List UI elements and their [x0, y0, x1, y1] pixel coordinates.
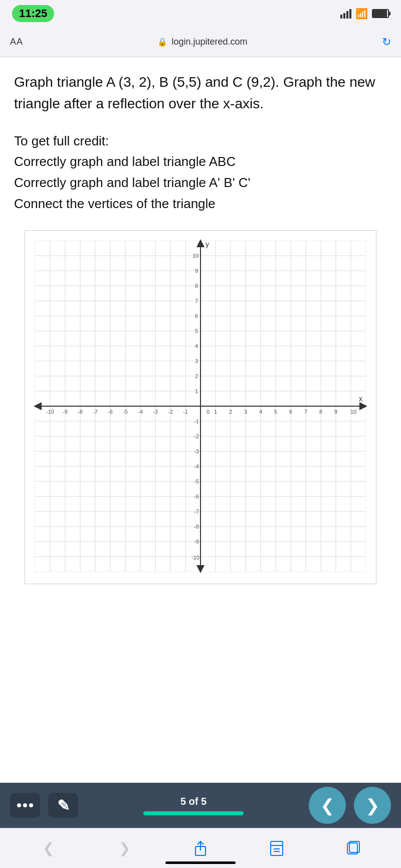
- browser-forward-button[interactable]: ❯: [109, 836, 139, 861]
- y-label-neg2: -2: [194, 433, 199, 439]
- browser-back-button[interactable]: ❮: [33, 836, 63, 861]
- x-label-8: 8: [319, 409, 322, 415]
- credit-line-1: Correctly graph and label triangle ABC: [14, 151, 387, 172]
- credit-line-2: Correctly graph and label triangle A' B'…: [14, 172, 387, 194]
- url-bar[interactable]: 🔒 login.jupitered.com: [157, 37, 247, 47]
- page-label: 5 of 5: [180, 796, 207, 807]
- x-label-10: 10: [350, 409, 356, 415]
- x-label-2: 2: [229, 409, 232, 415]
- y-label-10: 10: [192, 253, 198, 259]
- y-axis-label: y: [206, 240, 209, 248]
- x-label-5: 5: [274, 409, 277, 415]
- graph-container: -10 -9 -8 -7 -6 -5 -4 -3 -2 -1 0 1 2 3 4…: [14, 230, 387, 584]
- y-label-neg6: -6: [194, 493, 199, 499]
- home-indicator: [165, 861, 236, 864]
- y-label-9: 9: [195, 268, 198, 274]
- y-label-5: 5: [195, 328, 198, 334]
- y-label-neg8: -8: [194, 524, 199, 530]
- dot1: [17, 803, 21, 807]
- y-label-neg5: -5: [194, 478, 199, 484]
- coordinate-graph[interactable]: -10 -9 -8 -7 -6 -5 -4 -3 -2 -1 0 1 2 3 4…: [30, 236, 371, 577]
- x-label-neg10: -10: [46, 409, 54, 415]
- status-bar: 11:25 📶: [0, 0, 401, 27]
- signal-strength-icon: [340, 9, 351, 19]
- x-label-neg6: -6: [108, 409, 113, 415]
- y-label-3: 3: [195, 358, 198, 364]
- y-label-2: 2: [195, 373, 198, 379]
- aa-label[interactable]: AA: [10, 37, 23, 47]
- x-label-4: 4: [259, 409, 262, 415]
- tabs-button[interactable]: [338, 836, 368, 861]
- y-label-1: 1: [195, 388, 198, 394]
- y-label-neg3: -3: [194, 448, 199, 454]
- x-label-neg3: -3: [153, 409, 158, 415]
- refresh-icon[interactable]: ↻: [382, 36, 391, 49]
- e-button[interactable]: ✎: [48, 793, 78, 818]
- y-label-8: 8: [195, 283, 198, 289]
- e-icon: ✎: [57, 797, 70, 814]
- battery-icon: [372, 9, 389, 18]
- bottom-nav-bar: ✎ 5 of 5 ❮ ❯: [0, 783, 401, 828]
- x-label-6: 6: [289, 409, 292, 415]
- x-label-0: 0: [207, 409, 210, 415]
- x-label-neg9: -9: [63, 409, 68, 415]
- graph-wrapper: -10 -9 -8 -7 -6 -5 -4 -3 -2 -1 0 1 2 3 4…: [25, 230, 376, 584]
- x-label-neg7: -7: [93, 409, 98, 415]
- y-label-7: 7: [195, 298, 198, 304]
- share-button[interactable]: [185, 836, 216, 861]
- x-label-neg5: -5: [123, 409, 128, 415]
- x-label-9: 9: [334, 409, 337, 415]
- nav-progress-section: 5 of 5: [86, 796, 301, 815]
- dot3: [29, 803, 33, 807]
- x-label-neg1: -1: [183, 409, 188, 415]
- bookmarks-button[interactable]: [262, 836, 292, 861]
- y-label-neg9: -9: [194, 539, 199, 545]
- main-content: Graph triangle A (3, 2), B (5,5) and C (…: [0, 57, 401, 584]
- x-label-3: 3: [244, 409, 247, 415]
- wifi-icon: 📶: [355, 8, 368, 20]
- x-label-neg8: -8: [78, 409, 83, 415]
- progress-bar-fill: [143, 811, 244, 815]
- y-label-4: 4: [195, 343, 198, 349]
- x-label-7: 7: [304, 409, 307, 415]
- progress-bar-track: [143, 811, 244, 815]
- y-label-neg10: -10: [191, 555, 199, 561]
- y-label-neg4: -4: [194, 463, 199, 469]
- credit-line-3: Connect the vertices of the triangle: [14, 194, 387, 215]
- lock-icon: 🔒: [157, 37, 167, 47]
- x-label-1: 1: [214, 409, 217, 415]
- dot2: [23, 803, 27, 807]
- status-icons: 📶: [340, 8, 389, 20]
- credit-title: To get full credit:: [14, 131, 387, 152]
- address-bar: AA 🔒 login.jupitered.com ↻: [0, 27, 401, 57]
- next-button[interactable]: ❯: [354, 787, 391, 824]
- credit-section: To get full credit: Correctly graph and …: [14, 131, 387, 214]
- more-options-button[interactable]: [10, 793, 40, 818]
- previous-button[interactable]: ❮: [309, 787, 346, 824]
- status-time: 11:25: [12, 5, 54, 22]
- x-label-neg4: -4: [138, 409, 143, 415]
- problem-statement: Graph triangle A (3, 2), B (5,5) and C (…: [14, 71, 387, 115]
- y-label-neg1: -1: [194, 418, 199, 424]
- x-label-neg2: -2: [168, 409, 173, 415]
- url-text: login.jupitered.com: [171, 37, 247, 47]
- y-label-6: 6: [195, 313, 198, 319]
- x-axis-label: x: [359, 395, 362, 403]
- y-label-neg7: -7: [194, 508, 199, 514]
